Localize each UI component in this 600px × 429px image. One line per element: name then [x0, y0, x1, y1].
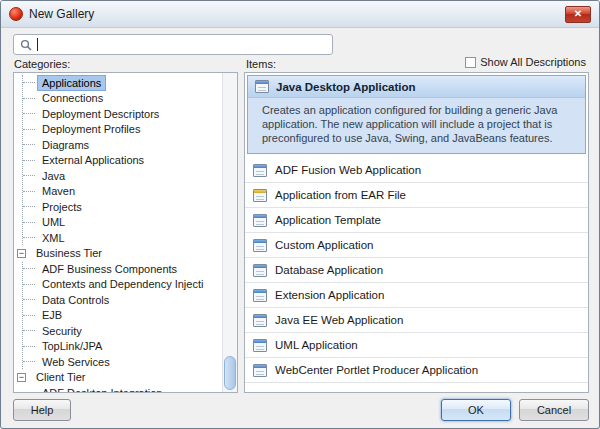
item-extension-application[interactable]: Extension Application — [245, 283, 588, 308]
selected-item-header[interactable]: Java Desktop Application — [248, 76, 585, 98]
application-icon — [253, 314, 267, 327]
item-application-template[interactable]: Application Template — [245, 208, 588, 233]
ok-button[interactable]: OK — [441, 399, 511, 421]
tree-connector — [23, 268, 35, 269]
tree-item-label: Web Services — [38, 355, 114, 369]
item-label: Extension Application — [275, 289, 384, 301]
oracle-app-icon — [9, 7, 23, 21]
collapse-icon[interactable]: − — [17, 373, 26, 382]
application-icon — [253, 239, 267, 252]
item-webcenter-portlet-producer-application[interactable]: WebCenter Portlet Producer Application — [245, 358, 588, 383]
cancel-button[interactable]: Cancel — [519, 399, 589, 421]
tree-item-maven[interactable]: Maven — [14, 184, 222, 200]
selected-item-title: Java Desktop Application — [276, 81, 416, 93]
item-custom-application[interactable]: Custom Application — [245, 233, 588, 258]
tree-connector — [23, 237, 35, 238]
tree-item-label: Applications — [38, 76, 105, 90]
item-label: Application Template — [275, 214, 381, 226]
tree-item-contexts-and-dependency-injection[interactable]: Contexts and Dependency Injecti — [14, 277, 222, 293]
tree-item-adf-business-components[interactable]: ADF Business Components — [14, 261, 222, 277]
tree-item-label: Contexts and Dependency Injecti — [38, 277, 207, 291]
application-icon — [253, 364, 267, 377]
tree-connector — [23, 98, 35, 99]
item-label: Custom Application — [275, 239, 373, 251]
tree-item-label: TopLink/JPA — [38, 339, 106, 353]
tree-connector — [23, 346, 35, 347]
scrollbar-thumb[interactable] — [224, 356, 236, 390]
application-icon — [253, 164, 267, 177]
tree-node-business-tier[interactable]: − Business Tier — [14, 246, 222, 262]
show-all-descriptions-checkbox[interactable]: Show All Descriptions — [465, 56, 586, 68]
titlebar[interactable]: New Gallery ✕ — [1, 1, 599, 28]
tree-connector — [23, 160, 35, 161]
tree-connector — [23, 191, 35, 192]
checkbox-icon[interactable] — [465, 57, 476, 68]
item-label: Database Application — [275, 264, 383, 276]
tree-item-adf-desktop-integration[interactable]: ADF Desktop Integration — [14, 385, 222, 392]
new-gallery-dialog: New Gallery ✕ Categories: Items: Show Al… — [0, 0, 600, 429]
item-database-application[interactable]: Database Application — [245, 258, 588, 283]
tree-node-client-tier[interactable]: − Client Tier — [14, 370, 222, 386]
help-button[interactable]: Help — [13, 399, 71, 421]
item-java-desktop-application-selected[interactable]: Java Desktop Application Creates an appl… — [247, 75, 586, 154]
tree-item-connections[interactable]: Connections — [14, 91, 222, 107]
tree-item-ejb[interactable]: EJB — [14, 308, 222, 324]
tree-item-label: Diagrams — [38, 138, 93, 152]
collapse-icon[interactable]: − — [17, 249, 26, 258]
tree-item-label: Connections — [38, 91, 107, 105]
item-label: UML Application — [275, 339, 358, 351]
ear-file-icon — [253, 189, 267, 202]
tree-item-uml[interactable]: UML — [14, 215, 222, 231]
tree-connector — [23, 361, 35, 362]
tree-item-label: Projects — [38, 200, 86, 214]
tree-item-data-controls[interactable]: Data Controls — [14, 292, 222, 308]
tree-item-diagrams[interactable]: Diagrams — [14, 137, 222, 153]
selected-item-description: Creates an application configured for bu… — [248, 98, 585, 153]
tree-item-applications[interactable]: Applications — [14, 75, 222, 91]
window-title: New Gallery — [29, 7, 94, 21]
item-uml-application[interactable]: UML Application — [245, 333, 588, 358]
item-label: Java EE Web Application — [275, 314, 403, 326]
search-input[interactable] — [43, 37, 326, 52]
application-icon — [253, 339, 267, 352]
text-caret — [37, 38, 38, 51]
application-icon — [253, 289, 267, 302]
search-box[interactable] — [13, 34, 333, 55]
item-label: ADF Fusion Web Application — [275, 164, 421, 176]
tree-item-web-services[interactable]: Web Services — [14, 354, 222, 370]
application-icon — [255, 80, 269, 93]
item-application-from-ear-file[interactable]: Application from EAR File — [245, 183, 588, 208]
tree-item-external-applications[interactable]: External Applications — [14, 153, 222, 169]
tree-item-label: Maven — [38, 184, 79, 198]
tree-item-label: EJB — [38, 308, 66, 322]
application-icon — [253, 264, 267, 277]
tree-item-label: ADF Desktop Integration — [38, 386, 166, 392]
tree-node-label: Client Tier — [32, 370, 90, 384]
categories-label: Categories: — [14, 58, 70, 70]
close-button[interactable]: ✕ — [565, 6, 591, 23]
tree-connector — [23, 113, 35, 114]
tree-connector — [23, 144, 35, 145]
tree-item-label: XML — [38, 231, 69, 245]
tree-item-deployment-profiles[interactable]: Deployment Profiles — [14, 122, 222, 138]
tree-item-xml[interactable]: XML — [14, 230, 222, 246]
tree-item-deployment-descriptors[interactable]: Deployment Descriptors — [14, 106, 222, 122]
vertical-scrollbar[interactable] — [222, 73, 237, 392]
tree-node-label: Business Tier — [32, 246, 106, 260]
tree-item-security[interactable]: Security — [14, 323, 222, 339]
tree-item-label: Data Controls — [38, 293, 113, 307]
tree-connector — [23, 315, 35, 316]
categories-tree-panel: Applications Connections Deployment Desc… — [13, 72, 238, 393]
tree-item-label: External Applications — [38, 153, 148, 167]
tree-item-projects[interactable]: Projects — [14, 199, 222, 215]
item-java-ee-web-application[interactable]: Java EE Web Application — [245, 308, 588, 333]
tree-connector — [23, 299, 35, 300]
tree-connector — [23, 284, 35, 285]
item-label: WebCenter Portlet Producer Application — [275, 364, 478, 376]
tree-item-java[interactable]: Java — [14, 168, 222, 184]
items-list-panel: Java Desktop Application Creates an appl… — [244, 72, 589, 393]
tree-item-label: ADF Business Components — [38, 262, 181, 276]
item-adf-fusion-web-application[interactable]: ADF Fusion Web Application — [245, 158, 588, 183]
tree-connector — [23, 129, 35, 130]
tree-item-toplink-jpa[interactable]: TopLink/JPA — [14, 339, 222, 355]
